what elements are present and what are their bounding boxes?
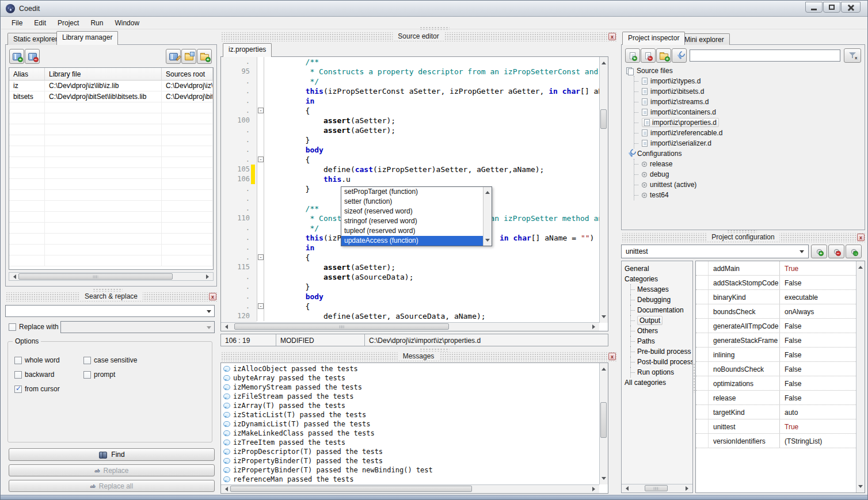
scroll-left-icon[interactable] [223,487,228,491]
scroll-up-icon[interactable] [601,365,606,371]
table-row[interactable] [9,135,213,146]
minimize-button[interactable] [805,2,823,13]
configuration-select[interactable]: unittest [621,245,809,258]
code-line[interactable]: . } [221,135,599,145]
property-value[interactable]: False [780,362,856,376]
categories-hscrollbar[interactable] [622,484,692,493]
checkbox-backward[interactable]: backward [14,371,54,379]
source-editor[interactable]: . /**95 * Constructs a property descript… [220,56,608,331]
tab-project-inspector[interactable]: Project inspector [622,32,685,45]
splitter-handle[interactable] [93,288,123,292]
column-header[interactable]: Sources root [162,68,213,80]
scrollbar-thumb[interactable] [600,109,607,129]
messages-panel[interactable]: izAllocObject passed the testsubyteArray… [220,362,608,494]
category-item-documentation[interactable]: Documentation [630,305,692,315]
scroll-right-icon[interactable] [592,325,597,329]
clear-filter-button[interactable]: x [844,48,861,63]
scroll-up-icon[interactable] [485,189,490,194]
property-row[interactable]: binaryKindexecutable [696,290,856,304]
scroll-left-icon[interactable] [623,486,629,491]
code-line[interactable]: 100 assert(aSetter); [221,116,599,125]
replace-button[interactable]: abReplace [9,464,215,476]
message-row[interactable]: izStaticList(T) passed the tests [221,410,599,419]
property-row[interactable]: noBoundsCheckFalse [696,362,856,376]
table-row[interactable]: bitsetsC:\Dev\dproj\bitSet\lib\bitsets.l… [9,91,213,102]
message-row[interactable]: izPropertyBinder(T) passed the newBindin… [221,465,599,475]
tab-iz-properties[interactable]: iz.properties [223,43,272,57]
close-icon[interactable]: x [608,353,616,360]
completion-item[interactable]: setPropTarget (function) [341,187,492,197]
table-row[interactable] [9,245,213,255]
property-value[interactable]: onAlways [780,304,856,318]
property-row[interactable]: boundsCheckonAlways [696,304,856,319]
property-value[interactable]: False [780,391,856,404]
category-item-categories[interactable]: Categories [625,274,692,284]
property-grid[interactable]: addMainTrueaddStackStompCodeFalsebinaryK… [696,261,856,493]
message-row[interactable]: izPropDescriptor(T) passed the tests [221,447,599,456]
tree-item-file[interactable]: import\iz\types.d [634,76,862,86]
code-line[interactable]: . */ [221,77,599,86]
code-line[interactable]: . this(izPropSetterConst aSetter, izProp… [221,86,599,96]
message-row[interactable]: izArray(T) passed the tests [221,401,599,410]
property-row[interactable]: releaseFalse [696,391,856,405]
property-row[interactable]: generateAllTmpCodeFalse [696,319,856,333]
property-value[interactable]: False [780,319,856,333]
tab-static-explorer[interactable]: Static explorer [7,33,63,45]
scroll-up-icon[interactable] [601,59,606,64]
code-line[interactable]: . assert(aSourceData); [221,272,599,282]
close-icon[interactable]: x [857,234,865,241]
category-item-messages[interactable]: Messages [630,284,692,295]
scrollbar-thumb[interactable] [234,323,449,330]
code-line[interactable]: 115 assert(aSetter); [221,262,599,272]
code-line[interactable]: 106 this.u [221,174,599,184]
find-button[interactable]: Find [9,448,215,461]
category-item-post-build-process[interactable]: Post-build process [630,357,692,367]
completion-item[interactable]: sizeof (reserved word) [341,207,492,216]
property-row[interactable]: targetKindauto [696,405,856,419]
table-row[interactable] [9,113,213,124]
splitter-handle[interactable] [420,348,450,352]
remove-file-button[interactable]: − [641,48,656,63]
property-row[interactable]: inliningFalse [696,348,856,362]
table-row[interactable] [9,201,213,212]
menu-project[interactable]: Project [52,17,85,29]
code-line[interactable]: . assert(aGetter); [221,125,599,135]
message-row[interactable]: izAllocObject passed the tests [221,364,599,373]
scroll-left-icon[interactable] [11,274,16,279]
table-row[interactable] [9,168,213,179]
tree-item-file[interactable]: import\iz\streams.d [634,97,862,107]
menu-file[interactable]: File [6,17,28,29]
table-row[interactable] [9,234,213,245]
fold-collapse-icon[interactable]: - [258,108,264,113]
completion-item[interactable]: setter (function) [341,197,492,207]
close-icon[interactable]: x [209,293,216,300]
library-table[interactable]: AliasLibrary fileSources rootizC:\Dev\dp… [9,67,214,270]
table-row[interactable] [9,124,213,135]
tree-item-config[interactable]: debug [634,169,862,180]
property-row[interactable]: unittestTrue [696,419,856,434]
property-value[interactable]: False [780,376,856,390]
tree-item-file[interactable]: import\iz\containers.d [634,107,862,117]
code-line[interactable]: . in [221,96,599,106]
property-value[interactable]: auto [780,405,856,419]
add-library-button[interactable]: + [9,49,24,64]
scroll-right-icon[interactable] [592,487,597,491]
column-header[interactable]: Library file [45,68,162,80]
category-item-others[interactable]: Others [630,326,692,336]
menu-run[interactable]: Run [85,17,109,29]
property-row[interactable]: generateStackFrameFalse [696,333,856,348]
message-row[interactable]: ubyteArray passed the tests [221,373,599,383]
checkbox-prompt[interactable]: prompt [83,371,115,379]
remove-configuration-button[interactable]: − [828,245,844,258]
messages-hscrollbar[interactable] [221,484,599,493]
maximize-button[interactable] [823,2,840,13]
category-item-all-categories[interactable]: All categories [625,377,692,388]
scroll-right-icon[interactable] [206,274,211,279]
tree-item-config[interactable]: release [634,159,862,169]
tab-mini-explorer[interactable]: Mini explorer [679,33,730,45]
tree-item-file[interactable]: import\iz\serializer.d [634,138,862,148]
splitter-handle[interactable] [420,26,450,30]
inspector-options-button[interactable] [672,48,687,63]
table-row[interactable] [9,157,213,168]
property-value[interactable]: False [780,276,856,289]
